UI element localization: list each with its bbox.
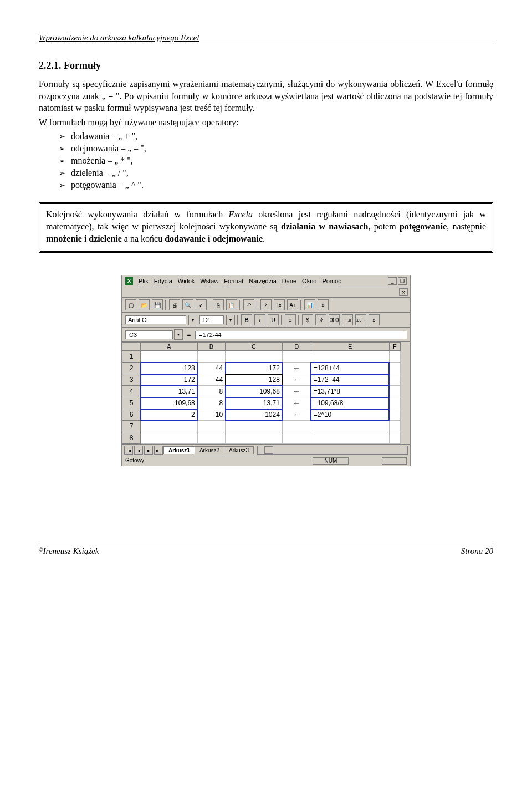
window-minimize-button[interactable]: _ bbox=[388, 277, 397, 285]
currency-icon[interactable]: $ bbox=[302, 314, 313, 325]
cell-D1[interactable] bbox=[282, 351, 311, 363]
cell-E8[interactable] bbox=[311, 432, 389, 444]
menu-insert[interactable]: Wstaw bbox=[200, 278, 218, 284]
cell-A7[interactable] bbox=[141, 421, 198, 432]
cell-B4[interactable]: 8 bbox=[197, 386, 225, 397]
cell-D7[interactable] bbox=[282, 421, 311, 432]
menu-help[interactable]: Pomoc bbox=[322, 278, 341, 284]
tab-nav-first[interactable]: |◂ bbox=[124, 446, 133, 455]
undo-icon[interactable]: ↶ bbox=[243, 299, 254, 310]
col-head-F[interactable]: F bbox=[389, 343, 400, 351]
menu-file[interactable]: Plik bbox=[139, 278, 149, 284]
cell-D5[interactable]: ← bbox=[282, 397, 311, 409]
preview-icon[interactable]: 🔍 bbox=[182, 299, 193, 310]
cell-D2[interactable]: ← bbox=[282, 363, 311, 374]
more-format-icon[interactable]: » bbox=[369, 314, 380, 325]
cell-E6[interactable]: =2^10 bbox=[311, 409, 389, 421]
row-head-1[interactable]: 1 bbox=[122, 351, 141, 363]
tab-nav-last[interactable]: ▸| bbox=[154, 446, 163, 455]
cell-E2[interactable]: =128+44 bbox=[311, 363, 389, 374]
cell-C1[interactable] bbox=[226, 351, 283, 363]
cell-A4[interactable]: 13,71 bbox=[141, 386, 198, 397]
cell-F8[interactable] bbox=[389, 432, 400, 444]
cell-A1[interactable] bbox=[141, 351, 198, 363]
row-head-6[interactable]: 6 bbox=[122, 409, 141, 421]
italic-button[interactable]: I bbox=[254, 314, 265, 325]
sheet-tab-3[interactable]: Arkusz3 bbox=[224, 446, 254, 454]
cell-B3[interactable]: 44 bbox=[197, 374, 225, 386]
autosum-icon[interactable]: Σ bbox=[260, 299, 272, 310]
sheet-tab-1[interactable]: Arkusz1 bbox=[163, 446, 195, 454]
cell-E3[interactable]: =172–44 bbox=[311, 374, 389, 386]
tab-nav-prev[interactable]: ◂ bbox=[134, 446, 143, 455]
h-scroll-thumb[interactable] bbox=[264, 446, 273, 454]
bold-button[interactable]: B bbox=[241, 314, 252, 325]
menu-edit[interactable]: Edycja bbox=[154, 278, 172, 284]
menu-data[interactable]: Dane bbox=[282, 278, 296, 284]
sort-asc-icon[interactable]: A↓ bbox=[287, 299, 298, 310]
print-icon[interactable]: 🖨 bbox=[169, 299, 180, 310]
cell-F4[interactable] bbox=[389, 386, 400, 397]
function-icon[interactable]: fx bbox=[274, 299, 285, 310]
cell-C7[interactable] bbox=[226, 421, 283, 432]
menu-window[interactable]: Okno bbox=[302, 278, 316, 284]
sheet-tab-2[interactable]: Arkusz2 bbox=[195, 446, 224, 454]
cell-B7[interactable] bbox=[197, 421, 225, 432]
cell-C2[interactable]: 172 bbox=[226, 363, 283, 374]
cell-B2[interactable]: 44 bbox=[197, 363, 225, 374]
font-size-dropdown[interactable]: ▾ bbox=[226, 315, 235, 325]
row-head-2[interactable]: 2 bbox=[122, 363, 141, 374]
cell-F7[interactable] bbox=[389, 421, 400, 432]
save-icon[interactable]: 💾 bbox=[152, 299, 163, 310]
menu-format[interactable]: Format bbox=[224, 278, 243, 284]
cell-E1[interactable] bbox=[311, 351, 389, 363]
cell-C8[interactable] bbox=[226, 432, 283, 444]
increase-decimal-icon[interactable]: ←,0 bbox=[342, 314, 353, 325]
new-icon[interactable]: ▢ bbox=[125, 299, 136, 310]
cell-A8[interactable] bbox=[141, 432, 198, 444]
open-icon[interactable]: 📂 bbox=[139, 299, 150, 310]
cell-A2[interactable]: 128 bbox=[141, 363, 198, 374]
cell-B6[interactable]: 10 bbox=[197, 409, 225, 421]
cell-D6[interactable]: ← bbox=[282, 409, 311, 421]
cell-E4[interactable]: =13,71*8 bbox=[311, 386, 389, 397]
font-size-select[interactable]: 12 bbox=[200, 315, 224, 324]
font-name-select[interactable]: Arial CE bbox=[125, 315, 186, 324]
menu-view[interactable]: Widok bbox=[178, 278, 195, 284]
cell-B8[interactable] bbox=[197, 432, 225, 444]
align-left-icon[interactable]: ≡ bbox=[285, 314, 296, 325]
cell-D4[interactable]: ← bbox=[282, 386, 311, 397]
cell-E5[interactable]: =109,68/8 bbox=[311, 397, 389, 409]
cell-C4[interactable]: 109,68 bbox=[226, 386, 283, 397]
cell-A5[interactable]: 109,68 bbox=[141, 397, 198, 409]
underline-button[interactable]: U bbox=[268, 314, 279, 325]
cell-C6[interactable]: 1024 bbox=[226, 409, 283, 421]
col-head-C[interactable]: C bbox=[226, 343, 283, 351]
cell-E7[interactable] bbox=[311, 421, 389, 432]
cell-F2[interactable] bbox=[389, 363, 400, 374]
row-head-3[interactable]: 3 bbox=[122, 374, 141, 386]
font-name-dropdown[interactable]: ▾ bbox=[188, 315, 197, 325]
tab-nav-next[interactable]: ▸ bbox=[144, 446, 153, 455]
col-head-A[interactable]: A bbox=[141, 343, 198, 351]
row-head-8[interactable]: 8 bbox=[122, 432, 141, 444]
chart-icon[interactable]: 📊 bbox=[304, 299, 315, 310]
col-head-D[interactable]: D bbox=[282, 343, 311, 351]
cell-A6[interactable]: 2 bbox=[141, 409, 198, 421]
col-head-B[interactable]: B bbox=[197, 343, 225, 351]
formula-input[interactable]: =172-44 bbox=[195, 331, 407, 339]
cell-F5[interactable] bbox=[389, 397, 400, 409]
cell-F6[interactable] bbox=[389, 409, 400, 421]
name-box-dropdown[interactable]: ▾ bbox=[174, 329, 183, 340]
paste-icon[interactable]: 📋 bbox=[226, 299, 237, 310]
select-all-corner[interactable] bbox=[122, 343, 141, 351]
name-box[interactable]: C3 bbox=[125, 330, 173, 339]
menu-tools[interactable]: Narzędzia bbox=[249, 278, 277, 284]
window-restore-button[interactable]: ❐ bbox=[398, 277, 407, 285]
copy-icon[interactable]: ⎘ bbox=[213, 299, 224, 310]
cell-F3[interactable] bbox=[389, 374, 400, 386]
cell-D3[interactable]: ← bbox=[282, 374, 311, 386]
cell-F1[interactable] bbox=[389, 351, 400, 363]
percent-icon[interactable]: % bbox=[315, 314, 326, 325]
workbook-close-button[interactable]: × bbox=[399, 288, 408, 296]
